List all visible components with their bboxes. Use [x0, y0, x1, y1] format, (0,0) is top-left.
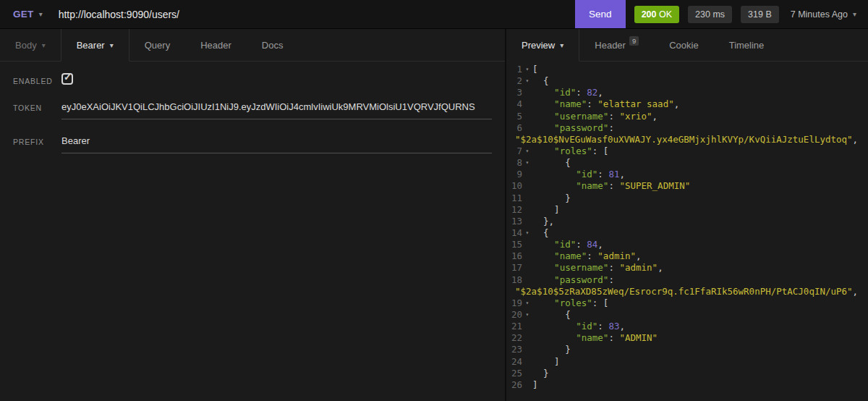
- code-text: ]: [532, 356, 560, 368]
- prefix-input[interactable]: Bearer: [61, 135, 492, 153]
- fold-spacer: [522, 250, 532, 262]
- token-label: TOKEN: [13, 101, 61, 112]
- fold-spacer: [522, 98, 532, 110]
- line-gutter: 6: [506, 122, 532, 134]
- code-text: "name": "ADMIN": [532, 332, 658, 344]
- code-text: "id": 84,: [532, 239, 603, 250]
- token-input[interactable]: eyJ0eXAiOiJKV1QiLCJhbGciOiJIUzI1NiJ9.eyJ…: [61, 101, 492, 119]
- fold-spacer: [522, 321, 532, 332]
- method-dropdown[interactable]: GET ▾: [0, 0, 50, 28]
- code-text: {: [532, 157, 571, 169]
- code-text: "password":: [532, 274, 614, 286]
- time-badge: 230 ms: [688, 6, 732, 23]
- tab-preview[interactable]: Preview ▾: [506, 29, 579, 62]
- code-text: {: [532, 75, 549, 87]
- fold-arrow-icon[interactable]: ▾: [522, 297, 532, 309]
- line-number: 5: [506, 111, 522, 122]
- line-number: 26: [506, 379, 522, 391]
- code-text: "username": "admin",: [532, 262, 663, 274]
- line-number: 6: [506, 122, 522, 134]
- tab-header[interactable]: Header: [185, 29, 247, 61]
- code-line: 17 "username": "admin",: [506, 262, 868, 274]
- send-button[interactable]: Send: [575, 0, 626, 28]
- code-text: "$2a$10$NvEGuWasf0uXVWAJY.yx4eGBMjxjhlKV…: [515, 134, 858, 145]
- response-meta: 200 OK 230 ms 319 B: [626, 0, 779, 28]
- fold-spacer: [522, 262, 532, 274]
- line-gutter: 12: [506, 204, 532, 216]
- fold-spacer: [522, 344, 532, 355]
- enabled-label: ENABLED: [13, 75, 61, 85]
- fold-spacer: [522, 356, 532, 368]
- code-text: }: [532, 193, 571, 204]
- code-line: 2▾ {: [506, 75, 868, 87]
- line-number: 22: [506, 332, 522, 344]
- line-number: 19: [506, 297, 522, 309]
- tab-preview-label: Preview: [522, 40, 555, 51]
- line-gutter: 23: [506, 344, 532, 355]
- code-text: ]: [532, 204, 560, 216]
- code-text: "roles": [: [532, 297, 608, 309]
- status-text: OK: [659, 9, 672, 20]
- code-text: "$2a$10$5zRaXD85zWeq/Esrocr9q.fc1FfaRIk5…: [515, 286, 858, 297]
- enabled-row: ENABLED ✓: [13, 75, 492, 85]
- tab-query[interactable]: Query: [129, 29, 185, 61]
- code-line: "$2a$10$5zRaXD85zWeq/Esrocr9q.fc1FfaRIk5…: [506, 286, 868, 297]
- response-body[interactable]: 1▾[2▾ {3 "id": 82,4 "name": "elattar saa…: [506, 62, 868, 401]
- line-gutter: 24: [506, 356, 532, 368]
- enabled-checkbox[interactable]: ✓: [61, 73, 73, 85]
- line-gutter: 2▾: [506, 75, 532, 87]
- line-number: 21: [506, 321, 522, 332]
- line-gutter: 1▾: [506, 64, 532, 75]
- line-number: 10: [506, 180, 522, 192]
- fold-arrow-icon[interactable]: ▾: [522, 145, 532, 157]
- line-number: 13: [506, 216, 522, 227]
- tab-response-header[interactable]: Header 9: [579, 29, 654, 61]
- bearer-auth-form: ENABLED ✓ TOKEN eyJ0eXAiOiJKV1QiLCJhbGci…: [0, 62, 505, 169]
- fold-spacer: [522, 122, 532, 134]
- chevron-down-icon: ▾: [853, 10, 856, 18]
- line-gutter: 3: [506, 87, 532, 98]
- fold-arrow-icon[interactable]: ▾: [522, 75, 532, 87]
- code-line: 7▾ "roles": [: [506, 145, 868, 157]
- code-line: 25 }: [506, 368, 868, 379]
- code-text: {: [532, 309, 571, 321]
- line-number: 8: [506, 157, 522, 169]
- fold-arrow-icon[interactable]: ▾: [522, 227, 532, 239]
- prefix-row: PREFIX Bearer: [13, 135, 492, 153]
- fold-spacer: [522, 216, 532, 227]
- fold-arrow-icon[interactable]: ▾: [522, 157, 532, 169]
- code-text: }: [532, 344, 571, 355]
- fold-spacer: [522, 111, 532, 122]
- prefix-label: PREFIX: [13, 135, 61, 146]
- line-gutter: 16: [506, 250, 532, 262]
- chevron-down-icon: ▾: [110, 41, 114, 49]
- code-line: 16 "name": "admin",: [506, 250, 868, 262]
- status-code: 200: [642, 9, 657, 20]
- code-text: },: [532, 216, 554, 227]
- header-count-badge: 9: [629, 36, 639, 46]
- tab-timeline[interactable]: Timeline: [714, 29, 780, 61]
- line-gutter: 17: [506, 262, 532, 274]
- code-text: "id": 83,: [532, 321, 625, 332]
- fold-spacer: [522, 379, 532, 391]
- line-gutter: 11: [506, 193, 532, 204]
- code-line: 9 "id": 81,: [506, 169, 868, 180]
- fold-arrow-icon[interactable]: ▾: [522, 309, 532, 321]
- code-line: "$2a$10$NvEGuWasf0uXVWAJY.yx4eGBMjxjhlKV…: [506, 134, 868, 145]
- check-icon: ✓: [64, 72, 72, 83]
- code-text: "name": "admin",: [532, 250, 642, 262]
- code-text: "password":: [532, 122, 614, 134]
- tab-docs[interactable]: Docs: [247, 29, 299, 61]
- tab-timeline-label: Timeline: [729, 40, 765, 51]
- line-number: 24: [506, 356, 522, 368]
- line-gutter: 20▾: [506, 309, 532, 321]
- history-dropdown[interactable]: 7 Minutes Ago ▾: [779, 0, 868, 28]
- fold-arrow-icon[interactable]: ▾: [522, 64, 532, 75]
- line-gutter: 5: [506, 111, 532, 122]
- url-input[interactable]: http://localhost:9090/users/: [50, 0, 575, 28]
- tab-auth-bearer[interactable]: Bearer ▾: [61, 29, 129, 62]
- line-number: 14: [506, 227, 522, 239]
- code-line: 24 ]: [506, 356, 868, 368]
- tab-body[interactable]: Body ▾: [0, 29, 61, 61]
- tab-cookie[interactable]: Cookie: [654, 29, 713, 61]
